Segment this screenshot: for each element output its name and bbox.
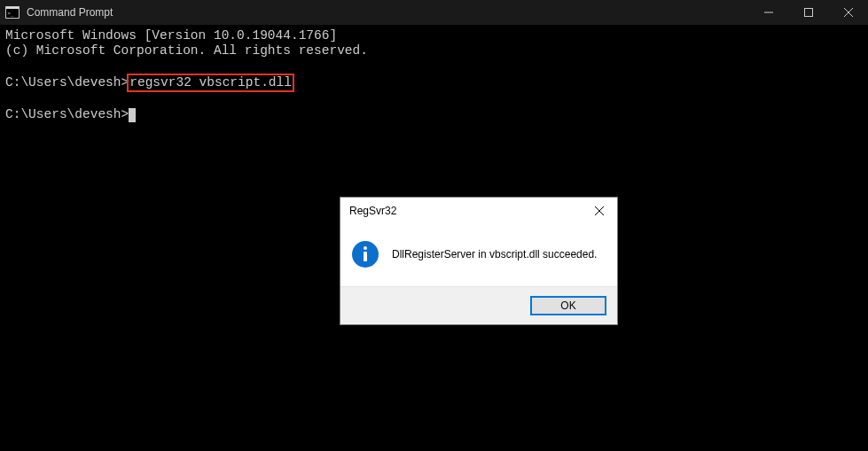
ok-button[interactable]: OK [530,296,606,315]
console-line: C:\Users\devesh> [5,107,863,122]
regsvr32-dialog: RegSvr32 DllRegisterServer in vbscript.d… [340,197,618,325]
svg-text:>_: >_ [8,10,15,17]
close-button[interactable] [828,0,868,25]
cmd-icon: >_ [5,6,20,19]
maximize-button[interactable] [788,0,828,25]
dialog-close-button[interactable] [582,198,617,224]
prompt: C:\Users\devesh> [5,107,129,121]
dialog-title: RegSvr32 [349,205,582,217]
info-icon [351,240,379,268]
svg-rect-11 [364,252,367,261]
svg-rect-4 [804,9,812,17]
dialog-body: DllRegisterServer in vbscript.dll succee… [340,224,617,286]
cursor-icon [129,108,136,122]
console-output[interactable]: Microsoft Windows [Version 10.0.19044.17… [0,25,868,126]
minimize-button[interactable] [748,0,788,25]
console-line: Microsoft Windows [Version 10.0.19044.17… [5,28,863,43]
highlighted-command: regsvr32 vbscript.dll [127,74,294,92]
window-titlebar: >_ Command Prompt [0,0,868,25]
svg-point-10 [364,246,367,250]
dialog-message: DllRegisterServer in vbscript.dll succee… [392,248,597,260]
console-line [5,58,863,74]
dialog-titlebar[interactable]: RegSvr32 [340,198,617,224]
window-controls [748,0,868,25]
console-line: (c) Microsoft Corporation. All rights re… [5,43,863,58]
window-title: Command Prompt [27,6,748,19]
console-line [5,92,863,107]
dialog-footer: OK [340,286,617,324]
prompt: C:\Users\devesh> [5,75,129,89]
console-line: C:\Users\devesh>regsvr32 vbscript.dll [5,74,863,92]
